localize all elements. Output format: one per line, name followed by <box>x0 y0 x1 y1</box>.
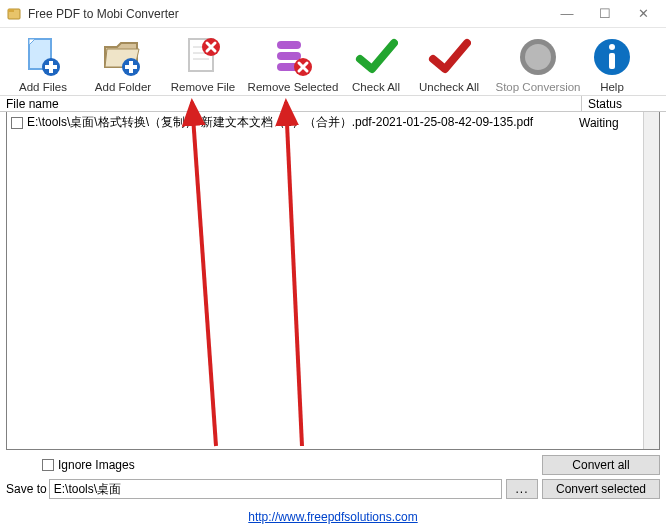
file-list-area: File name Status E:\tools\桌面\格式转换\（复制）-新… <box>0 96 666 452</box>
tool-label: Stop Conversion <box>495 81 580 93</box>
remove-selected-button[interactable]: Remove Selected <box>244 29 342 93</box>
scrollbar[interactable] <box>643 112 659 449</box>
check-red-icon <box>427 35 471 79</box>
add-files-button[interactable]: Add Files <box>4 29 82 93</box>
check-all-button[interactable]: Check All <box>344 29 408 93</box>
file-list[interactable]: E:\tools\桌面\格式转换\（复制）-新建文本文档（2）（合并）.pdf-… <box>6 112 660 450</box>
tool-label: Uncheck All <box>419 81 479 93</box>
svg-rect-8 <box>125 65 137 69</box>
svg-rect-14 <box>277 41 301 49</box>
stop-icon <box>516 35 560 79</box>
browse-button[interactable]: ... <box>506 479 538 499</box>
bottom-panel: Ignore Images Convert all Save to ... Co… <box>0 452 666 504</box>
item-filename: E:\tools\桌面\格式转换\（复制）-新建文本文档（2）（合并）.pdf-… <box>27 114 579 131</box>
toolbar: Add Files Add Folder Remove File Remove … <box>0 28 666 96</box>
svg-rect-1 <box>8 9 14 12</box>
tool-label: Add Files <box>19 81 67 93</box>
footer-link[interactable]: http://www.freepdfsolutions.com <box>248 510 417 524</box>
svg-rect-5 <box>45 65 57 69</box>
window-title: Free PDF to Mobi Converter <box>28 7 548 21</box>
file-delete-icon <box>181 35 225 79</box>
tool-label: Remove File <box>171 81 236 93</box>
svg-rect-22 <box>609 53 615 69</box>
remove-file-button[interactable]: Remove File <box>164 29 242 93</box>
convert-all-button[interactable]: Convert all <box>542 455 660 475</box>
info-icon <box>590 35 634 79</box>
svg-point-21 <box>609 44 615 50</box>
folder-plus-icon <box>101 35 145 79</box>
file-plus-icon <box>21 35 65 79</box>
svg-point-19 <box>525 44 551 70</box>
tool-label: Remove Selected <box>248 81 339 93</box>
minimize-button[interactable]: — <box>548 0 586 28</box>
app-icon <box>6 6 22 22</box>
ignore-images-label: Ignore Images <box>58 458 135 472</box>
list-item[interactable]: E:\tools\桌面\格式转换\（复制）-新建文本文档（2）（合并）.pdf-… <box>7 112 659 133</box>
tool-label: Add Folder <box>95 81 151 93</box>
list-delete-icon <box>271 35 315 79</box>
svg-rect-15 <box>277 52 301 60</box>
tool-label: Help <box>600 81 624 93</box>
footer: http://www.freepdfsolutions.com <box>0 504 666 525</box>
window-controls: — ☐ ✕ <box>548 0 662 28</box>
tool-label: Check All <box>352 81 400 93</box>
uncheck-all-button[interactable]: Uncheck All <box>410 29 488 93</box>
list-headers: File name Status <box>0 96 666 112</box>
save-to-label: Save to <box>6 482 47 496</box>
add-folder-button[interactable]: Add Folder <box>84 29 162 93</box>
column-header-status[interactable]: Status <box>582 96 666 111</box>
help-button[interactable]: Help <box>588 29 636 93</box>
save-to-input[interactable] <box>49 479 502 499</box>
title-bar: Free PDF to Mobi Converter — ☐ ✕ <box>0 0 666 28</box>
check-green-icon <box>354 35 398 79</box>
ignore-images-checkbox[interactable]: Ignore Images <box>42 458 538 472</box>
convert-selected-button[interactable]: Convert selected <box>542 479 660 499</box>
checkbox-icon <box>42 459 54 471</box>
column-header-filename[interactable]: File name <box>0 96 582 111</box>
close-button[interactable]: ✕ <box>624 0 662 28</box>
stop-conversion-button[interactable]: Stop Conversion <box>490 29 586 93</box>
maximize-button[interactable]: ☐ <box>586 0 624 28</box>
item-checkbox[interactable] <box>11 117 23 129</box>
